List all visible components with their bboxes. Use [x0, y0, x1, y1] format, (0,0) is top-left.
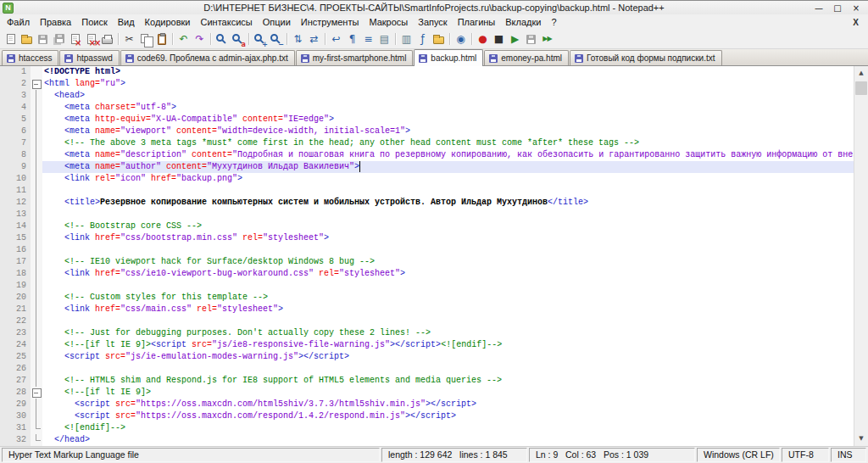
menu-item-9[interactable]: Макросы: [364, 16, 413, 28]
line-number[interactable]: 3: [0, 90, 26, 102]
copy-icon[interactable]: [137, 31, 153, 47]
line-number[interactable]: 16: [0, 244, 26, 256]
code-line[interactable]: <link href="css/ie10-viewport-bug-workar…: [42, 268, 854, 280]
restore-button[interactable]: □: [828, 2, 847, 14]
code-line[interactable]: <!-- IE10 viewport hack for Surface/desk…: [42, 256, 854, 268]
paste-icon[interactable]: [153, 31, 170, 47]
cut-icon[interactable]: ✂: [121, 31, 137, 47]
fold-collapse-marker[interactable]: [31, 78, 42, 90]
line-number[interactable]: 9: [0, 161, 26, 173]
user-defined-dialog-icon[interactable]: ▤: [376, 31, 392, 47]
code-line[interactable]: <link href="css/main.css" rel="styleshee…: [42, 304, 854, 315]
code-line[interactable]: <script src="js/ie-emulation-modes-warni…: [42, 351, 854, 363]
monitoring-icon[interactable]: ◉: [453, 31, 469, 47]
close-icon[interactable]: [67, 31, 83, 47]
code-line[interactable]: <meta name="author" content="Мухутдинов …: [42, 161, 854, 173]
line-number[interactable]: 28: [0, 387, 26, 399]
sync-vertical-scroll-icon[interactable]: ⇅: [290, 31, 306, 47]
tab-7[interactable]: Готовый код формы подписки.txt: [570, 50, 722, 65]
line-number[interactable]: 4: [0, 102, 26, 114]
code-line[interactable]: [42, 244, 854, 256]
zoom-in-icon[interactable]: +: [252, 31, 268, 47]
line-number[interactable]: 22: [0, 315, 26, 327]
code-line[interactable]: <!DOCTYPE html>: [42, 66, 854, 78]
show-all-characters-icon[interactable]: ¶: [344, 31, 360, 47]
code-line[interactable]: [42, 315, 854, 327]
doc-type-panel[interactable]: Hyper Text Markup Language file: [2, 448, 380, 462]
line-number[interactable]: 12: [0, 197, 26, 209]
line-number[interactable]: 29: [0, 399, 26, 410]
line-number[interactable]: 32: [0, 434, 26, 446]
menu-item-4[interactable]: Вид: [113, 16, 140, 28]
line-number[interactable]: 6: [0, 126, 26, 137]
save-all-icon[interactable]: [51, 31, 67, 47]
code-line[interactable]: <link href="css/bootstrap.min.css" rel="…: [42, 232, 854, 244]
sync-horizontal-scroll-icon[interactable]: ⇄: [306, 31, 322, 47]
code-line[interactable]: <head>: [42, 90, 854, 102]
folder-as-workspace-icon[interactable]: [431, 31, 447, 47]
line-number[interactable]: 2: [0, 78, 26, 90]
insert-mode-panel[interactable]: INS: [831, 448, 866, 462]
line-number[interactable]: 15: [0, 232, 26, 244]
title-bar[interactable]: N D:\ИНТЕРНЕТ БИЗНЕС\4. ПРОЕКТЫ-САЙТЫ\Sm…: [0, 0, 868, 14]
indent-guide-icon[interactable]: ≡: [360, 31, 376, 47]
menu-item-5[interactable]: Кодировки: [140, 16, 196, 28]
line-number[interactable]: 5: [0, 114, 26, 126]
code-line[interactable]: [42, 280, 854, 292]
code-line[interactable]: <!--[if lt IE 9]><script src="js/ie8-res…: [42, 339, 854, 351]
line-number[interactable]: 7: [0, 137, 26, 149]
line-number[interactable]: 23: [0, 327, 26, 339]
zoom-out-icon[interactable]: −: [268, 31, 284, 47]
eol-format-panel[interactable]: Windows (CR LF): [697, 448, 780, 462]
code-line[interactable]: <![endif]-->: [42, 422, 854, 434]
line-number[interactable]: 17: [0, 256, 26, 268]
code-line[interactable]: <!-- Just for debugging purposes. Don't …: [42, 327, 854, 339]
tab-4[interactable]: my-first-smartphone.html: [296, 50, 414, 65]
cursor-position-panel[interactable]: Ln : 9 Col : 63 Pos : 1 039: [529, 448, 695, 462]
run-macro-multiple-icon[interactable]: ▶▶: [539, 31, 555, 47]
line-number[interactable]: 20: [0, 292, 26, 304]
line-number[interactable]: 19: [0, 280, 26, 292]
line-number[interactable]: 25: [0, 351, 26, 363]
word-wrap-icon[interactable]: ↩: [328, 31, 344, 47]
code-line[interactable]: <script src="https://oss.maxcdn.com/html…: [42, 399, 854, 410]
code-line[interactable]: <link rel="icon" href="backup.png">: [42, 173, 854, 185]
scrollbar-thumb[interactable]: [855, 81, 867, 95]
menu-item-7[interactable]: Опции: [258, 16, 296, 28]
code-line[interactable]: <title>Резервное копирование компьютерны…: [42, 197, 854, 209]
code-line[interactable]: <!-- The above 3 meta tags *must* come f…: [42, 137, 854, 149]
save-macro-icon[interactable]: [523, 31, 539, 47]
code-line[interactable]: </head>: [42, 434, 854, 446]
minimize-button[interactable]: —: [810, 2, 828, 14]
close-all-icon[interactable]: [83, 31, 99, 47]
line-number[interactable]: 11: [0, 185, 26, 197]
code-line[interactable]: [42, 185, 854, 197]
line-number[interactable]: 26: [0, 363, 26, 375]
tab-5[interactable]: backup.html: [414, 49, 483, 66]
line-number-gutter[interactable]: 1234567891011121314151617181920212223242…: [0, 66, 31, 446]
stop-recording-icon[interactable]: ■: [491, 31, 507, 47]
menu-item-10[interactable]: Запуск: [413, 16, 452, 28]
undo-icon[interactable]: ↶: [175, 31, 192, 47]
find-icon[interactable]: [214, 31, 230, 47]
replace-icon[interactable]: a: [230, 31, 246, 47]
code-line[interactable]: <script src="https://oss.maxcdn.com/resp…: [42, 410, 854, 422]
scroll-down-arrow-icon[interactable]: ▼: [854, 432, 868, 446]
save-icon[interactable]: [35, 31, 51, 47]
code-line[interactable]: [42, 209, 854, 220]
close-button[interactable]: ×: [847, 2, 865, 14]
doc-length-panel[interactable]: length : 129 642 lines : 1 845: [381, 448, 527, 462]
line-number[interactable]: 1: [0, 66, 26, 78]
code-line[interactable]: <meta http-equiv="X-UA-Compatible" conte…: [42, 114, 854, 126]
menu-item-13[interactable]: ?: [546, 16, 561, 28]
menu-item-8[interactable]: Инструменты: [296, 16, 364, 28]
tab-2[interactable]: htpasswd: [59, 50, 119, 65]
code-line[interactable]: <meta name="viewport" content="width=dev…: [42, 126, 854, 137]
code-line[interactable]: <meta name="description" content="Подроб…: [42, 149, 854, 161]
tab-6[interactable]: emoney-pa.html: [484, 50, 569, 65]
function-list-icon[interactable]: ƒ: [415, 31, 431, 47]
code-line[interactable]: <!-- Bootstrap core CSS -->: [42, 220, 854, 232]
code-area[interactable]: <!DOCTYPE html><html lang="ru"> <head> <…: [42, 66, 854, 446]
code-line[interactable]: <meta charset="utf-8">: [42, 102, 854, 114]
redo-icon[interactable]: ↷: [192, 31, 208, 47]
